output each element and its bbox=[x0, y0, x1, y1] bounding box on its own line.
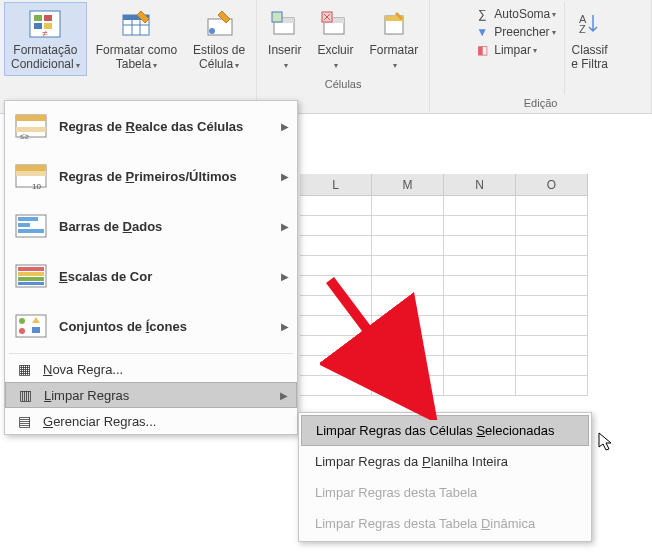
data-bars-label: Barras de Dados bbox=[59, 219, 281, 234]
cell-styles-label: Estilos de Célula▾ bbox=[193, 43, 245, 73]
conditional-formatting-icon: ≠ bbox=[28, 7, 62, 41]
svg-rect-36 bbox=[18, 229, 44, 233]
svg-point-12 bbox=[209, 28, 215, 34]
insert-icon bbox=[270, 7, 300, 41]
cell-styles-button[interactable]: Estilos de Célula▾ bbox=[186, 2, 252, 76]
clear-sheet-label: Limpar Regras da Planilha Inteira bbox=[315, 454, 508, 469]
svg-rect-30 bbox=[16, 165, 46, 171]
svg-point-43 bbox=[19, 318, 25, 324]
autosum-button[interactable]: ∑AutoSoma ▾ bbox=[472, 6, 558, 22]
submenu-arrow-icon: ▶ bbox=[280, 390, 288, 401]
svg-rect-45 bbox=[32, 327, 40, 333]
fill-down-icon: ▼ bbox=[474, 25, 490, 39]
submenu-arrow-icon: ▶ bbox=[281, 121, 289, 132]
icon-sets-icon bbox=[13, 308, 49, 344]
conditional-formatting-button[interactable]: ≠ Formatação Condicional▾ bbox=[4, 2, 87, 76]
ribbon: ≠ Formatação Condicional▾ Formatar como … bbox=[0, 0, 652, 114]
submenu-arrow-icon: ▶ bbox=[281, 221, 289, 232]
clear-selected-label: Limpar Regras das Células Selecionadas bbox=[316, 423, 554, 438]
editing-group-label: Edição bbox=[524, 95, 558, 111]
submenu-arrow-icon: ▶ bbox=[281, 321, 289, 332]
svg-rect-34 bbox=[18, 217, 38, 221]
menu-separator bbox=[9, 353, 293, 354]
clear-entire-sheet-item[interactable]: Limpar Regras da Planilha Inteira bbox=[301, 446, 589, 477]
column-header[interactable]: O bbox=[516, 174, 588, 195]
styles-group: ≠ Formatação Condicional▾ Formatar como … bbox=[0, 0, 257, 113]
insert-button[interactable]: Inserir▾ bbox=[261, 2, 308, 76]
clear-label: Limpar bbox=[494, 43, 531, 57]
clear-rules-submenu: Limpar Regras das Células Selecionadas L… bbox=[298, 412, 592, 542]
clear-rules-label: Limpar Regras bbox=[44, 388, 280, 403]
sigma-icon: ∑ bbox=[474, 7, 490, 21]
manage-rules-icon: ▤ bbox=[13, 413, 35, 429]
clear-table-label: Limpar Regras desta Tabela bbox=[315, 485, 477, 500]
cells-group-label: Células bbox=[325, 76, 362, 92]
highlight-cells-rules-item[interactable]: ≤≥ Regras de Realce das Células ▶ bbox=[5, 101, 297, 151]
svg-rect-26 bbox=[16, 115, 46, 121]
fill-label: Preencher bbox=[494, 25, 549, 39]
color-scales-label: Escalas de Cor bbox=[59, 269, 281, 284]
format-label: Formatar bbox=[369, 43, 418, 57]
submenu-arrow-icon: ▶ bbox=[281, 171, 289, 182]
format-icon bbox=[379, 7, 409, 41]
svg-rect-41 bbox=[18, 282, 44, 285]
sort-icon: AZ bbox=[577, 7, 603, 41]
format-as-table-button[interactable]: Formatar como Tabela▾ bbox=[89, 2, 184, 76]
format-table-label: Formatar como Tabela▾ bbox=[96, 43, 177, 73]
clear-table-item: Limpar Regras desta Tabela bbox=[301, 477, 589, 508]
sort-label: Classif e Filtra bbox=[571, 43, 608, 71]
icon-sets-label: Conjuntos de Ícones bbox=[59, 319, 281, 334]
cond-fmt-label: Formatação Condicional▾ bbox=[11, 43, 80, 73]
data-bars-item[interactable]: Barras de Dados ▶ bbox=[5, 201, 297, 251]
data-bars-icon bbox=[13, 208, 49, 244]
color-scales-item[interactable]: Escalas de Cor ▶ bbox=[5, 251, 297, 301]
new-rule-label: Nova Regra... bbox=[43, 362, 289, 377]
svg-rect-2 bbox=[44, 15, 52, 21]
svg-rect-38 bbox=[18, 267, 44, 271]
icon-sets-item[interactable]: Conjuntos de Ícones ▶ bbox=[5, 301, 297, 351]
clear-button[interactable]: ◧Limpar ▾ bbox=[472, 42, 558, 58]
clear-rules-item[interactable]: ▥ Limpar Regras ▶ bbox=[5, 382, 297, 408]
column-header[interactable]: N bbox=[444, 174, 516, 195]
svg-rect-39 bbox=[18, 272, 44, 276]
format-button[interactable]: Formatar▾ bbox=[362, 2, 425, 76]
new-rule-icon: ▦ bbox=[13, 361, 35, 377]
conditional-formatting-menu: ≤≥ Regras de Realce das Células ▶ 10 Reg… bbox=[4, 100, 298, 435]
color-scales-icon bbox=[13, 258, 49, 294]
delete-label: Excluir bbox=[317, 43, 353, 57]
svg-text:≠: ≠ bbox=[43, 28, 49, 39]
new-rule-item[interactable]: ▦ Nova Regra... bbox=[5, 356, 297, 382]
svg-rect-35 bbox=[18, 223, 30, 227]
submenu-arrow-icon: ▶ bbox=[281, 271, 289, 282]
top-bottom-rules-item[interactable]: 10 Regras de Primeiros/Últimos ▶ bbox=[5, 151, 297, 201]
top-bottom-icon: 10 bbox=[13, 158, 49, 194]
svg-point-44 bbox=[19, 328, 25, 334]
svg-rect-15 bbox=[272, 12, 282, 22]
svg-rect-31 bbox=[16, 171, 46, 176]
manage-rules-label: Gerenciar Regras... bbox=[43, 414, 289, 429]
svg-text:Z: Z bbox=[579, 23, 586, 35]
clear-rules-icon: ▥ bbox=[14, 387, 36, 403]
svg-rect-40 bbox=[18, 277, 44, 281]
clear-selected-cells-item[interactable]: Limpar Regras das Células Selecionadas bbox=[301, 415, 589, 446]
svg-rect-1 bbox=[34, 15, 42, 21]
cells-group: Inserir▾ Excluir▾ Formatar▾ Células bbox=[257, 0, 430, 113]
autosum-label: AutoSoma bbox=[494, 7, 550, 21]
manage-rules-item[interactable]: ▤ Gerenciar Regras... bbox=[5, 408, 297, 434]
delete-button[interactable]: Excluir▾ bbox=[310, 2, 360, 76]
clear-pivot-item: Limpar Regras desta Tabela Dinâmica bbox=[301, 508, 589, 539]
column-header[interactable]: M bbox=[372, 174, 444, 195]
highlight-rules-icon: ≤≥ bbox=[13, 108, 49, 144]
highlight-rules-label: Regras de Realce das Células bbox=[59, 119, 281, 134]
column-header[interactable]: L bbox=[300, 174, 372, 195]
format-table-icon bbox=[119, 7, 153, 41]
editing-group: ∑AutoSoma ▾ ▼Preencher ▾ ◧Limpar ▾ AZ Cl… bbox=[430, 0, 652, 113]
sort-filter-button[interactable]: AZ Classif e Filtra bbox=[564, 2, 615, 95]
fill-button[interactable]: ▼Preencher ▾ bbox=[472, 24, 558, 40]
svg-text:10: 10 bbox=[32, 182, 41, 191]
svg-text:≤≥: ≤≥ bbox=[20, 132, 29, 141]
delete-icon bbox=[320, 7, 350, 41]
clear-pivot-label: Limpar Regras desta Tabela Dinâmica bbox=[315, 516, 535, 531]
insert-label: Inserir bbox=[268, 43, 301, 57]
top-bottom-label: Regras de Primeiros/Últimos bbox=[59, 169, 281, 184]
